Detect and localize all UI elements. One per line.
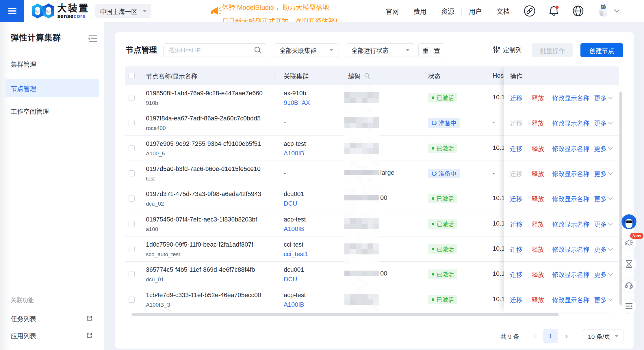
- page-size-select[interactable]: 10 条/页: [583, 329, 623, 343]
- external-link-icon: [86, 315, 92, 321]
- link-icon[interactable]: [524, 5, 536, 17]
- more-action[interactable]: 更多: [594, 118, 613, 127]
- status-filter-select[interactable]: 全部运行状态: [346, 43, 415, 57]
- release-action[interactable]: 释放: [532, 295, 544, 304]
- notification-bell-icon[interactable]: [548, 5, 560, 17]
- rename-action[interactable]: 修改显示名称: [552, 93, 589, 102]
- migrate-action[interactable]: 迁移: [510, 169, 522, 178]
- cluster-link[interactable]: DCU: [284, 276, 297, 283]
- sidebar-item-cluster-management[interactable]: 集群管理: [5, 55, 99, 73]
- more-action[interactable]: 更多: [594, 144, 613, 152]
- migrate-action[interactable]: 迁移: [510, 219, 522, 228]
- cluster-link[interactable]: A100IB: [284, 150, 304, 157]
- quick-menu-float-button[interactable]: [621, 299, 636, 314]
- rename-action[interactable]: 修改显示名称: [552, 219, 589, 228]
- rename-action[interactable]: 修改显示名称: [552, 169, 589, 178]
- row-checkbox[interactable]: [129, 196, 135, 202]
- release-action[interactable]: 释放: [532, 118, 544, 127]
- migrate-action[interactable]: 迁移: [510, 295, 522, 304]
- user-menu[interactable]: [596, 3, 620, 18]
- migrate-action[interactable]: 迁移: [510, 245, 522, 254]
- release-action[interactable]: 释放: [532, 270, 544, 279]
- node-display-name: A100IB_3: [146, 302, 170, 308]
- row-checkbox[interactable]: [129, 95, 135, 101]
- nav-item-users[interactable]: 用户: [462, 6, 489, 16]
- release-action[interactable]: 释放: [532, 93, 544, 102]
- cluster-link[interactable]: A100IB: [284, 301, 304, 308]
- nav-item-resources[interactable]: 资源: [434, 6, 461, 16]
- menu-button[interactable]: [0, 0, 24, 22]
- rename-action[interactable]: 修改显示名称: [552, 295, 589, 304]
- column-header-cluster: 关联集群: [284, 71, 309, 80]
- page-number[interactable]: 1: [543, 329, 558, 343]
- more-action[interactable]: 更多: [594, 270, 613, 279]
- migrate-action[interactable]: 迁移: [510, 93, 522, 102]
- customize-columns-button[interactable]: 定制列: [493, 45, 522, 54]
- migrate-action[interactable]: 迁移: [510, 118, 522, 127]
- row-checkbox[interactable]: [129, 221, 135, 227]
- rename-action[interactable]: 修改显示名称: [552, 118, 589, 127]
- batch-operation-button[interactable]: 批量操作: [532, 43, 573, 57]
- release-action[interactable]: 释放: [532, 194, 544, 203]
- release-action[interactable]: 释放: [532, 245, 544, 254]
- rename-action[interactable]: 修改显示名称: [552, 144, 589, 152]
- nav-item-official-site[interactable]: 官网: [378, 6, 406, 16]
- row-checkbox[interactable]: [129, 271, 135, 277]
- rename-action[interactable]: 修改显示名称: [552, 270, 589, 279]
- select-all-checkbox[interactable]: [129, 73, 135, 79]
- brand-logo[interactable]: 大装置 sensecore: [31, 3, 89, 18]
- cell-cluster: ax-910b 910B_AX: [284, 85, 342, 110]
- sidebar-link-task-list[interactable]: 任务列表: [5, 312, 99, 325]
- support-float-button[interactable]: [621, 278, 636, 293]
- row-checkbox[interactable]: [129, 246, 135, 252]
- migrate-action[interactable]: 迁移: [510, 194, 522, 203]
- cluster-link[interactable]: A100IB: [284, 226, 304, 233]
- globe-icon[interactable]: [572, 5, 584, 17]
- more-action[interactable]: 更多: [594, 93, 613, 102]
- release-action[interactable]: 释放: [532, 169, 544, 178]
- more-action[interactable]: 更多: [594, 169, 613, 178]
- more-action[interactable]: 更多: [594, 295, 613, 304]
- sidebar-link-app-list[interactable]: 应用列表: [5, 329, 99, 342]
- prev-page-button[interactable]: ‹: [529, 332, 540, 340]
- cluster-link[interactable]: 910B_AX: [284, 99, 310, 107]
- more-action[interactable]: 更多: [594, 245, 613, 254]
- migrate-action[interactable]: 迁移: [510, 144, 522, 152]
- cluster-link[interactable]: DCU: [284, 200, 297, 207]
- vertical-scrollbar[interactable]: [619, 92, 622, 305]
- release-action[interactable]: 释放: [532, 219, 544, 228]
- horizontal-scrollbar[interactable]: [131, 313, 559, 316]
- row-checkbox[interactable]: [129, 120, 135, 126]
- assistant-mascot-button[interactable]: [621, 214, 636, 229]
- cluster-name: acp-test: [284, 140, 306, 148]
- node-name: 1cb4e7d9-c333-11ef-b52e-46ea705ecc00: [146, 292, 261, 299]
- rename-action[interactable]: 修改显示名称: [552, 245, 589, 254]
- search-input[interactable]: [169, 47, 254, 54]
- search-icon[interactable]: [254, 46, 262, 54]
- row-checkbox[interactable]: [129, 145, 135, 151]
- more-action[interactable]: 更多: [594, 194, 613, 203]
- row-checkbox[interactable]: [129, 170, 135, 176]
- create-node-button[interactable]: 创建节点: [580, 43, 623, 57]
- release-action[interactable]: 释放: [532, 144, 544, 152]
- sidebar-item-node-management[interactable]: 节点管理: [5, 79, 99, 97]
- rename-action[interactable]: 修改显示名称: [552, 194, 589, 203]
- sidebar-item-workspace-management[interactable]: 工作空间管理: [5, 102, 99, 120]
- table-row-actions: 迁移 释放 修改显示名称 更多: [504, 211, 619, 237]
- more-action[interactable]: 更多: [594, 219, 613, 228]
- brand-name-en: sensecore: [57, 13, 89, 19]
- history-float-button[interactable]: [621, 256, 636, 271]
- reset-button[interactable]: 重 置: [418, 43, 444, 57]
- row-checkbox[interactable]: [129, 297, 135, 303]
- migrate-action[interactable]: 迁移: [510, 270, 522, 279]
- cluster-filter-select[interactable]: 全部关联集群: [274, 43, 339, 57]
- sidebar-collapse-icon[interactable]: [87, 35, 98, 42]
- nav-item-docs[interactable]: 文档: [489, 6, 517, 16]
- chevron-down-icon: [614, 9, 620, 13]
- region-selector[interactable]: 中国上海一区: [95, 4, 151, 18]
- announcement-banner[interactable]: 体验 ModelStudio ，助力大模型落地 日日新大模型正式开放，欢迎开通体…: [210, 0, 346, 22]
- nav-item-billing[interactable]: 费用: [406, 6, 434, 16]
- next-page-button[interactable]: ›: [561, 332, 572, 340]
- column-search-icon[interactable]: [364, 73, 370, 79]
- cluster-link[interactable]: cci_test1: [284, 251, 308, 258]
